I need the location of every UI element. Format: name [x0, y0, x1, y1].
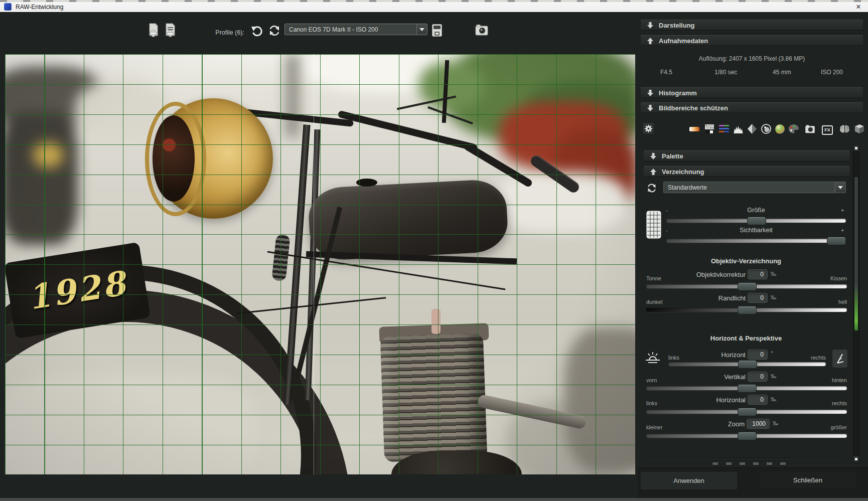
collapse-arrow-icon — [650, 153, 656, 159]
size-slider[interactable] — [666, 219, 846, 223]
close-window-button[interactable]: ✕ — [851, 2, 866, 12]
gear-icon — [644, 124, 653, 133]
section-label: Histogramm — [659, 89, 697, 97]
color-sphere-icon — [775, 124, 785, 134]
objektivkorrektur-value[interactable]: 0 — [748, 269, 768, 279]
slider-thumb[interactable] — [738, 408, 757, 416]
horizont-slider[interactable] — [668, 362, 826, 366]
grid-overlay — [5, 54, 635, 474]
visibility-label: Sichtbarkeit — [666, 227, 846, 234]
preset-select-value: Standardwerte — [664, 184, 835, 191]
scroll-arrow-icon — [855, 458, 857, 460]
iso-info: ISO 200 — [821, 69, 843, 76]
cube-icon — [854, 124, 864, 134]
randlicht-slider[interactable] — [646, 308, 847, 312]
slider-min-label: links — [668, 355, 679, 361]
grid-tool-button[interactable] — [646, 211, 661, 239]
section-darstellung[interactable]: Darstellung — [641, 20, 863, 31]
slider-min-label: kleiner — [646, 424, 662, 430]
unit-label: ‰ — [771, 396, 776, 402]
horizontal-slider[interactable] — [646, 410, 847, 414]
refresh-icon — [647, 183, 657, 193]
scrollbar-up-button[interactable] — [853, 144, 859, 151]
tab-3d-view[interactable] — [854, 123, 865, 134]
add-profile-button[interactable] — [163, 23, 177, 38]
scrollbar-down-button[interactable] — [853, 455, 859, 462]
palette-icon — [788, 124, 799, 134]
tab-white-balance[interactable] — [689, 123, 700, 134]
vertikal-value[interactable]: 0 — [748, 372, 768, 382]
preset-select[interactable]: Standardwerte — [663, 182, 846, 193]
zoom-slider[interactable] — [646, 434, 847, 438]
section-aufnahmedaten[interactable]: Aufnahmedaten — [641, 35, 863, 46]
tab-palette[interactable] — [788, 123, 799, 134]
slider-thumb[interactable] — [738, 282, 757, 291]
tab-sharpness[interactable] — [747, 123, 758, 134]
photo-preview[interactable]: 1928 — [5, 54, 635, 474]
horizon-perspective-heading: Horizont & Perspektive — [645, 335, 847, 342]
tab-color[interactable] — [774, 123, 785, 134]
slider-max-label: hinten — [797, 377, 847, 383]
aperture-info: F4.5 — [660, 69, 672, 76]
tab-gradation-curves[interactable] — [718, 123, 730, 134]
section-verzeichnung[interactable]: Verzeichnung — [644, 166, 849, 177]
section-label: Darstellung — [659, 22, 695, 29]
size-label: Größe — [666, 207, 846, 214]
section-palette[interactable]: Palette — [644, 150, 849, 161]
tab-vignette[interactable] — [761, 123, 772, 134]
visibility-slider[interactable] — [666, 239, 846, 243]
slider-thumb[interactable] — [738, 384, 757, 393]
fx-icon: FX — [822, 125, 833, 135]
camera-small-icon — [805, 125, 815, 133]
zoom-value[interactable]: 1000 — [747, 419, 770, 429]
scroll-clip-divider — [645, 458, 847, 458]
vertikal-slider[interactable] — [646, 386, 847, 390]
slider-thumb[interactable] — [738, 432, 757, 440]
slider-thumb[interactable] — [738, 360, 757, 369]
collapse-arrow-icon — [647, 105, 653, 111]
settings-button[interactable] — [643, 123, 654, 134]
focal-length-info: 45 mm — [773, 69, 791, 76]
angle-measure-button[interactable] — [832, 349, 848, 368]
section-histogramm[interactable]: Histogramm — [641, 87, 863, 98]
snapshot-button[interactable] — [475, 24, 489, 36]
slider-thumb[interactable] — [827, 237, 846, 245]
refresh-icon — [268, 25, 280, 37]
angle-tool-icon — [835, 353, 844, 364]
scrollbar-thumb[interactable] — [854, 177, 858, 331]
undo-profile-button[interactable] — [250, 24, 264, 37]
profile-select-arrow[interactable] — [416, 24, 427, 35]
horizont-value[interactable]: 0 — [748, 350, 768, 360]
gradation-curves-icon — [719, 124, 729, 133]
tab-histogram[interactable] — [733, 123, 744, 134]
tab-effects[interactable]: FX — [822, 124, 833, 135]
save-profile-button[interactable] — [430, 23, 444, 38]
section-bildbereiche[interactable]: Bildbereiche schützen — [641, 102, 863, 113]
profile-select-value: Canon EOS 7D Mark II - ISO 200 — [285, 26, 416, 33]
close-dialog-button[interactable]: Schließen — [760, 472, 856, 488]
slider-thumb[interactable] — [738, 306, 757, 314]
objektivkorrektur-slider[interactable] — [646, 284, 847, 288]
preset-select-arrow[interactable] — [835, 182, 845, 193]
reset-preset-button[interactable] — [646, 182, 658, 194]
slider-max-label: rechts — [797, 400, 847, 406]
white-balance-icon — [689, 127, 699, 131]
randlicht-value[interactable]: 0 — [748, 293, 768, 303]
tab-camera[interactable] — [804, 123, 815, 134]
chevron-down-icon — [419, 28, 424, 34]
center-guide-line — [314, 54, 314, 474]
add-image-icon — [148, 23, 160, 37]
profile-select[interactable]: Canon EOS 7D Mark II - ISO 200 — [284, 24, 427, 35]
add-image-button[interactable] — [147, 23, 160, 38]
apply-button[interactable]: Anwenden — [641, 472, 737, 489]
horizontal-value[interactable]: 0 — [748, 395, 768, 405]
slider-thumb[interactable] — [747, 217, 766, 225]
title-bar — [0, 2, 868, 13]
visibility-plus-label: + — [841, 227, 844, 233]
tab-denoise[interactable] — [704, 123, 715, 134]
expand-arrow-icon — [647, 38, 653, 44]
tab-auto-optimizer[interactable] — [839, 123, 850, 134]
section-label: Aufnahmedaten — [659, 37, 708, 45]
reset-profile-button[interactable] — [267, 24, 281, 37]
slider-label: Horizontal — [645, 396, 746, 404]
